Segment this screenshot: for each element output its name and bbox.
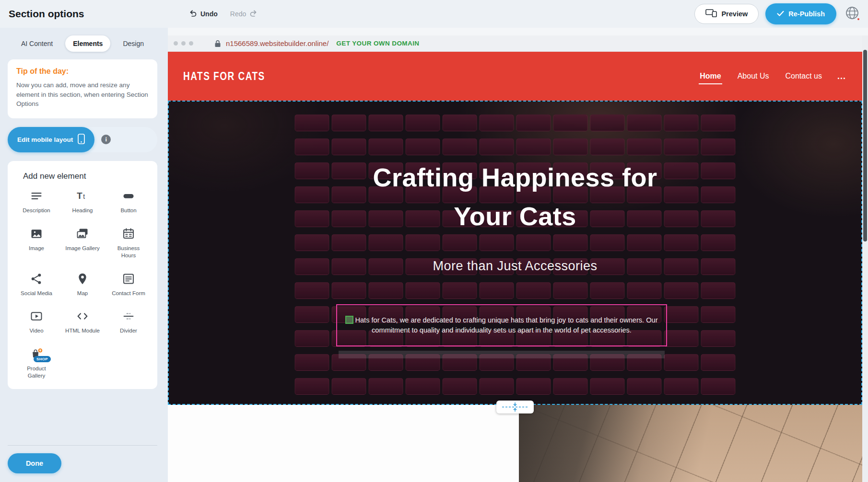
hero-tile <box>406 234 440 251</box>
nav-home[interactable]: Home <box>699 69 722 83</box>
shop-badge: SHOP <box>34 356 51 362</box>
hero-tile <box>553 378 588 395</box>
element-divider[interactable]: Divider <box>106 309 151 334</box>
floor-photo[interactable] <box>519 405 862 482</box>
element-heading[interactable]: TtHeading <box>60 189 105 214</box>
info-icon[interactable]: i <box>101 135 111 144</box>
done-button[interactable]: Done <box>8 453 61 473</box>
check-icon <box>777 10 784 18</box>
hero-tile <box>295 258 329 275</box>
element-label: Business Hours <box>110 245 147 259</box>
hero-tile <box>590 115 625 131</box>
republish-button[interactable]: Re-Publish <box>765 3 836 24</box>
site-logo[interactable]: HATS FOR CATS <box>183 69 265 83</box>
sidebar-divider <box>8 445 157 446</box>
element-label: Video <box>29 327 43 334</box>
tab-ai-content[interactable]: AI Content <box>13 35 60 52</box>
element-social-media[interactable]: Social Media <box>14 272 59 297</box>
redo-button[interactable]: Redo <box>230 10 258 18</box>
tip-body: Now you can add, move and resize any ele… <box>16 80 149 109</box>
nav-more-button[interactable]: ... <box>837 71 846 81</box>
preview-button[interactable]: Preview <box>694 4 759 24</box>
tip-of-the-day-card: Tip of the day: Now you can add, move an… <box>8 59 157 118</box>
tab-elements[interactable]: Elements <box>65 35 110 52</box>
tip-title: Tip of the day: <box>16 67 149 76</box>
hero-tile <box>553 282 588 299</box>
hero-tile <box>701 234 736 251</box>
hero-tile <box>516 115 551 131</box>
hero-tile <box>664 138 699 155</box>
element-html-module[interactable]: HTML Module <box>60 309 105 334</box>
redo-icon <box>249 10 258 18</box>
svg-text:T: T <box>77 191 82 201</box>
hero-tile <box>406 378 440 395</box>
element-drag-handle[interactable] <box>345 316 353 324</box>
hero-tile <box>627 282 662 299</box>
hero-tile <box>443 378 477 395</box>
nav-contact-us[interactable]: Contact us <box>785 69 823 83</box>
hero-tile <box>295 306 329 323</box>
element-image[interactable]: Image <box>14 227 59 259</box>
hero-tile <box>369 282 403 299</box>
notification-dot <box>856 17 860 21</box>
hover-ghost-bar <box>339 351 665 358</box>
hero-tile <box>627 115 662 131</box>
hero-tile <box>664 234 699 251</box>
hero-tile <box>627 138 662 155</box>
element-button[interactable]: Button <box>106 189 151 214</box>
hero-tile <box>332 234 366 251</box>
window-dot <box>189 41 193 46</box>
nav-about-us[interactable]: About Us <box>737 69 770 83</box>
next-section-background[interactable] <box>168 405 519 482</box>
hero-tile <box>664 115 699 131</box>
hero-tile <box>406 115 440 131</box>
preview-scrollbar[interactable] <box>862 35 868 482</box>
edit-mobile-layout-button[interactable]: Edit mobile layout <box>8 127 94 152</box>
hero-tile <box>664 306 699 323</box>
hero-tile <box>701 115 736 131</box>
site-header[interactable]: HATS FOR CATS HomeAbout UsContact us ... <box>168 52 862 101</box>
hero-tile <box>590 378 625 395</box>
hero-section[interactable]: Crafting Happiness for Your Cats More th… <box>168 101 862 405</box>
hero-heading[interactable]: Crafting Happiness for Your Cats <box>352 158 678 236</box>
hero-tile <box>664 378 699 395</box>
selected-paragraph-element[interactable]: Hats for Cats, we are dedicated to craft… <box>336 304 667 346</box>
hero-tile <box>516 378 551 395</box>
element-map[interactable]: Map <box>60 272 105 297</box>
hero-tile <box>701 306 736 323</box>
element-contact-form[interactable]: Contact Form <box>106 272 151 297</box>
site-url[interactable]: n1566589.websitebuilder.online/ <box>226 39 328 47</box>
phone-icon <box>78 134 85 146</box>
section-resize-handle[interactable] <box>496 401 534 413</box>
hero-tile <box>701 282 736 299</box>
hero-tile <box>664 330 699 347</box>
element-label: Image <box>29 245 44 252</box>
element-label: Image Gallery <box>65 245 100 252</box>
top-toolbar: Section options Undo Redo Preview Re-Pub… <box>0 0 868 28</box>
tab-design[interactable]: Design <box>115 35 152 52</box>
element-label: Heading <box>72 207 93 214</box>
hero-tile <box>332 282 366 299</box>
business-hours-icon <box>121 227 136 241</box>
element-label: Map <box>77 290 88 297</box>
element-description[interactable]: Description <box>14 189 59 214</box>
get-your-own-domain-link[interactable]: GET YOUR OWN DOMAIN <box>336 40 419 47</box>
undo-button[interactable]: Undo <box>189 10 218 18</box>
hero-tile <box>516 282 551 299</box>
element-image-gallery[interactable]: Image Gallery <box>60 227 105 259</box>
language-globe-button[interactable] <box>843 5 861 23</box>
hero-tile <box>369 234 403 251</box>
element-business-hours[interactable]: Business Hours <box>106 227 151 259</box>
hero-tile <box>664 282 699 299</box>
hero-tile <box>480 138 514 155</box>
element-video[interactable]: Video <box>14 309 59 334</box>
undo-redo-group: Undo Redo <box>189 10 258 18</box>
hero-tile <box>553 234 588 251</box>
hero-tile <box>664 354 699 371</box>
scrollbar-thumb[interactable] <box>863 50 867 241</box>
map-icon <box>75 272 90 286</box>
element-product-gallery[interactable]: SHOPProduct Gallery <box>14 347 59 379</box>
hero-subheading[interactable]: More than Just Accessories <box>347 259 683 274</box>
hero-tile <box>627 234 662 251</box>
app-window: Section options Undo Redo Preview Re-Pub… <box>0 0 868 482</box>
